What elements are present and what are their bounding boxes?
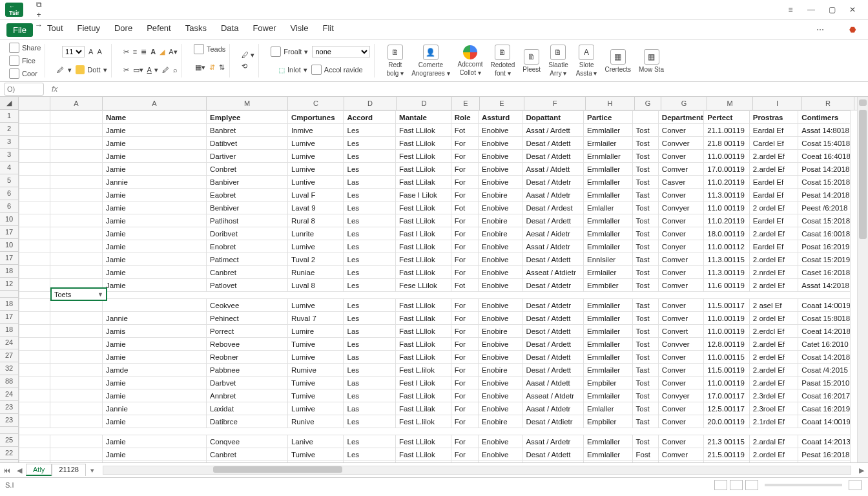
cell[interactable]: 2.ardel Ef <box>749 163 798 176</box>
cell[interactable]: Cosat 15:4018 <box>798 137 851 150</box>
cell[interactable]: Pertect <box>704 111 749 124</box>
cell[interactable] <box>50 415 103 428</box>
cell[interactable]: Jamie <box>102 338 206 351</box>
cell[interactable]: Luntive <box>287 176 344 189</box>
cell[interactable]: 2 asel Ef <box>749 299 798 312</box>
cell[interactable]: Jamie <box>102 448 206 461</box>
col-header-7[interactable]: E <box>452 97 480 110</box>
col-header-10[interactable]: H <box>586 97 635 110</box>
menu-flit[interactable]: Flit <box>323 23 334 37</box>
cell[interactable]: For <box>451 266 478 279</box>
col-header-11[interactable]: G <box>635 97 661 110</box>
cell[interactable]: Assat / Atdett <box>522 163 584 176</box>
cell[interactable]: Jannie <box>102 402 206 415</box>
menu-pefent[interactable]: Pefent <box>147 23 171 37</box>
cell[interactable]: Tost <box>632 202 658 214</box>
close-button[interactable]: ✕ <box>845 2 860 17</box>
cell[interactable]: Tast <box>632 253 658 266</box>
tool2-icon[interactable]: ⌕ <box>173 66 178 74</box>
cell[interactable]: Jamis <box>102 325 206 338</box>
cell[interactable]: Enobire <box>478 214 522 227</box>
cell[interactable]: Mantale <box>396 111 451 124</box>
cell[interactable] <box>50 351 103 364</box>
cell[interactable]: Tost <box>632 461 658 463</box>
row-header[interactable]: 17 <box>0 311 18 324</box>
active-cell[interactable]: Toets ▼ <box>50 287 107 301</box>
cell[interactable]: Cosat 15:2018 <box>798 214 851 227</box>
table-row[interactable]: JamieEaobretLuval FLesFase I LilokForEno… <box>19 189 851 202</box>
cell[interactable]: Jamie <box>102 351 206 364</box>
cell[interactable]: Emmlaller <box>584 189 633 202</box>
menu-tasks[interactable]: Tasks <box>185 23 207 37</box>
cell[interactable]: Conquct <box>207 461 288 463</box>
cell[interactable]: For <box>451 325 478 338</box>
cell[interactable]: Enobive <box>478 124 522 137</box>
cell[interactable]: Lumive <box>287 299 344 312</box>
cell[interactable] <box>19 402 50 415</box>
hscroll-right-icon[interactable]: ▶ <box>855 466 868 475</box>
cell[interactable]: Emmlaller <box>584 351 633 364</box>
cell[interactable] <box>50 163 103 176</box>
cell[interactable]: For <box>451 240 478 253</box>
cell[interactable]: Assat 14:2018 <box>798 279 851 292</box>
cell[interactable] <box>19 325 50 338</box>
cell[interactable]: Partice <box>584 111 633 124</box>
cell[interactable]: Fest LLilok <box>396 435 451 448</box>
cell[interactable]: Enobive <box>478 202 522 214</box>
cell[interactable]: For <box>451 137 478 150</box>
table-row[interactable]: JamieConbretLumiveLesFast LLilokForEnobi… <box>19 163 851 176</box>
col-header-13[interactable]: M <box>707 97 753 110</box>
cell[interactable]: Fest LI.ilok <box>396 253 451 266</box>
cell[interactable]: Comver <box>658 312 703 325</box>
table-row[interactable]: JamieCanbretRuniaeLesFast LLilokForEnobi… <box>19 266 851 279</box>
row-header[interactable]: 18 <box>0 298 18 311</box>
tool1-icon[interactable]: 🖉 <box>162 66 169 74</box>
cell[interactable] <box>50 137 103 150</box>
cell[interactable]: 11.0.00119 <box>704 377 749 389</box>
cell[interactable]: Enobive <box>478 377 522 389</box>
cell[interactable]: Tost <box>632 389 658 402</box>
col-header-4[interactable]: C <box>288 97 344 110</box>
cell[interactable]: Tost <box>632 377 658 389</box>
cell[interactable]: Fest L.lilok <box>396 364 451 377</box>
cell[interactable] <box>19 389 50 402</box>
cell[interactable]: Enobive <box>478 389 522 402</box>
cell[interactable]: 21.5.00119 <box>704 448 749 461</box>
cell[interactable]: Ruval 7 <box>287 312 344 325</box>
cell[interactable]: Fest L.lilok <box>396 415 451 428</box>
cell[interactable] <box>50 266 103 279</box>
cell[interactable]: Emplyee <box>207 111 288 124</box>
name-box[interactable]: O) <box>4 83 44 96</box>
row-header[interactable]: 32 <box>0 362 18 375</box>
cut2-icon[interactable]: ✂ <box>123 66 129 74</box>
cell[interactable] <box>19 240 50 253</box>
cell[interactable]: Desat / Atdett <box>522 351 584 364</box>
cell[interactable]: Conver <box>658 150 703 163</box>
cell[interactable]: Les <box>344 279 396 292</box>
row-header[interactable]: 88 <box>0 375 18 388</box>
cell[interactable]: Enobive <box>478 279 522 292</box>
cell[interactable]: Enobive <box>478 163 522 176</box>
cell[interactable]: Conver <box>658 299 703 312</box>
sheet-table[interactable]: NameEmplyeeCmportunesAccordMantaleRoleAs… <box>19 110 851 462</box>
cell[interactable]: For <box>451 435 478 448</box>
cell[interactable]: Tuval 2 <box>287 253 344 266</box>
cell[interactable]: Lumive <box>287 351 344 364</box>
cell[interactable]: Enobive <box>478 312 522 325</box>
table-row[interactable]: JamisPorrectLumireLasFast LLllokForEnobi… <box>19 325 851 338</box>
cell[interactable]: 11.0.00112 <box>704 240 749 253</box>
table-row[interactable]: JannieLaxidatLumiveLasFast LLilakForEnob… <box>19 402 851 415</box>
cell[interactable]: Runiae <box>287 266 344 279</box>
cell[interactable]: For <box>451 176 478 189</box>
row-header[interactable]: 2 <box>0 123 18 136</box>
cell[interactable]: Las <box>344 402 396 415</box>
cell[interactable]: Conver <box>658 461 703 463</box>
cell[interactable]: Tost <box>632 266 658 279</box>
cell[interactable]: Lumive <box>287 163 344 176</box>
cell[interactable]: Fase I Lilok <box>396 189 451 202</box>
cell[interactable] <box>50 435 103 448</box>
cell[interactable] <box>19 266 50 279</box>
cell[interactable]: Jamie <box>102 124 206 137</box>
fullscreen-icon[interactable] <box>849 480 862 490</box>
cell[interactable]: Darbvet <box>207 377 288 389</box>
